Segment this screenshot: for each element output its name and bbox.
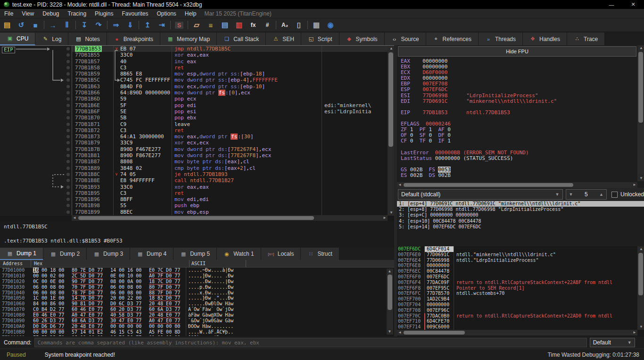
breakpoint-dot[interactable] — [66, 160, 70, 163]
run-to-user-code-icon[interactable]: ⇒ — [109, 19, 123, 31]
tab-memory-map[interactable]: ▦Memory Map — [160, 33, 217, 45]
disasm-row[interactable]: 77DB1B893848 02cmp byte ptr ds:[eax+2],c… — [0, 165, 388, 171]
breakpoint-gutter[interactable] — [65, 96, 72, 102]
animate-skip-icon[interactable]: S — [172, 19, 186, 31]
disasm-row[interactable]: 77DB1B8C74 05je ntdll.77DB1B93 — [0, 171, 388, 177]
hardware-breakpoints-icon[interactable]: ▥ — [232, 19, 246, 31]
registers-vscrollbar[interactable]: ▲ ▼ — [637, 45, 644, 181]
disasm-row[interactable]: 77DB1B71C9leave — [0, 121, 388, 127]
disasm-row[interactable]: 77DB1B6D59pop ecx — [0, 96, 388, 102]
breakpoint-gutter[interactable] — [65, 202, 72, 209]
breakpoint-dot[interactable] — [66, 148, 70, 151]
breakpoint-gutter[interactable] — [65, 115, 72, 121]
stack-row[interactable]: 007EF6E477D06998ntdll."LdrpInitializePro… — [397, 258, 644, 263]
register-line[interactable]: LastStatus 00000000 (STATUS_SUCCESS) — [401, 156, 636, 161]
stack-vscrollbar[interactable]: ▲ ▼ — [637, 246, 644, 330]
argument-row[interactable]: 2: [esp+8] 77D06998 ntdll.77D06998 "Ldrp… — [397, 207, 644, 212]
tab-handles[interactable]: ❖Handles — [523, 33, 567, 45]
registers-hscrollbar[interactable]: ◄ ► — [397, 182, 637, 188]
breakpoint-gutter[interactable] — [65, 196, 72, 202]
breakpoint-dot[interactable] — [66, 154, 70, 157]
breakpoint-gutter[interactable] — [65, 52, 72, 58]
tab-dump-2[interactable]: ▦Dump 2 — [43, 248, 87, 260]
stack-hscrollbar[interactable]: ◄ ► — [397, 330, 637, 335]
disasm-row[interactable]: 77DB1B638B4D F0mov ecx,dword ptr ss:[ebp… — [0, 84, 388, 90]
disasm-row[interactable]: 77DB1B598B65 E8mov esp,dword ptr ss:[ebp… — [0, 71, 388, 77]
tab-source[interactable]: ‹›Source — [385, 33, 426, 45]
disasm-row[interactable]: 77DB1B81890D F867E277mov dword ptr ds:[7… — [0, 152, 388, 159]
pause-icon[interactable]: Ⅱ — [60, 19, 74, 31]
disasm-row[interactable]: 77DB1B5533C0xor eax,eax — [0, 52, 388, 58]
disasm-row[interactable]: 77DB1B9333C0xor eax,eax — [0, 184, 388, 190]
breakpoint-dot[interactable] — [66, 85, 70, 88]
breakpoint-gutter[interactable] — [65, 102, 72, 109]
breakpoint-dot[interactable] — [66, 97, 70, 100]
breakpoint-gutter[interactable] — [65, 59, 72, 65]
breakpoint-gutter[interactable] — [65, 84, 72, 90]
dump-vscrollbar[interactable]: ▲ ▼ — [387, 268, 393, 335]
tab-symbols[interactable]: ◆Symbols — [339, 33, 385, 45]
breakpoint-dot[interactable] — [66, 104, 70, 107]
breakpoints-icon[interactable]: ▤ — [218, 19, 232, 31]
stack-row[interactable]: 007EF70C77DAC0B0return to ntdll.RtlCaptu… — [397, 313, 644, 319]
breakpoint-gutter[interactable] — [65, 121, 72, 127]
tab-dump-1[interactable]: ▦Dump 1 — [0, 248, 43, 260]
step-into-user-icon[interactable]: ⇥ — [155, 19, 169, 31]
breakpoint-gutter[interactable] — [65, 140, 72, 146]
breakpoint-dot[interactable] — [66, 135, 70, 138]
stack-row[interactable]: 007EF6E077D0691Cntdll."minkernel\\ntdll\… — [397, 252, 644, 258]
disassembly-vscrollbar[interactable]: ▲ ▼ — [388, 46, 394, 216]
step-into-icon[interactable]: ↧ — [77, 19, 91, 31]
tab-dump-3[interactable]: ▦Dump 3 — [87, 248, 130, 260]
breakpoint-gutter[interactable] — [65, 159, 72, 165]
menu-help[interactable]: Help — [181, 9, 201, 18]
breakpoint-dot[interactable] — [66, 173, 70, 176]
breakpoint-gutter[interactable] — [65, 171, 72, 177]
breakpoint-dot[interactable] — [66, 60, 70, 63]
dump-row[interactable]: 77D0109060 26 D3 7760 6A D3 7730 47 E0 7… — [0, 318, 394, 324]
comments-icon[interactable]: ≡ — [204, 19, 218, 31]
stop-icon[interactable]: ■ — [28, 19, 42, 31]
stack-row[interactable]: 007EF7106D4CFE70 — [397, 318, 644, 324]
dump-row[interactable]: 77D0100016 00 18 0080 7E D0 7714 00 16 0… — [0, 268, 394, 273]
register-line[interactable]: ES 002B DS 002B — [401, 173, 636, 178]
stack-row[interactable]: 007EF6EC00C84478 — [397, 268, 644, 274]
patch-icon[interactable]: ▱ — [190, 19, 204, 31]
disasm-row[interactable]: 77DB1B6E5Fpop ediedi:"minkernel\ — [0, 102, 388, 109]
stack-row[interactable]: 007EF6DC6D4CF014 — [397, 246, 644, 252]
breakpoint-gutter[interactable] — [65, 146, 72, 152]
tab-log[interactable]: ✎Log — [35, 33, 68, 45]
minimize-button[interactable]: — — [601, 0, 622, 9]
spinner-down-icon[interactable]: ▼ — [569, 192, 573, 197]
dump-row[interactable]: 77D01070C0 B4 D2 7760 46 E0 7760 20 D3 7… — [0, 307, 394, 312]
argument-row[interactable]: 5: [esp+14] 007EF6DC 007EF6DC — [397, 224, 644, 230]
menu-debug[interactable]: Debug — [38, 9, 63, 18]
spinner-up-icon[interactable]: ▲ — [599, 192, 603, 197]
stack-row[interactable]: 007EF70400000000 — [397, 302, 644, 308]
breakpoint-dot[interactable] — [66, 47, 70, 50]
breakpoint-dot[interactable] — [66, 91, 70, 94]
breakpoint-gutter[interactable] — [65, 71, 72, 77]
disasm-row[interactable]: 77DB1B5CC745 FC FEFFFFFFmov dword ptr ss… — [0, 77, 388, 83]
disasm-row[interactable]: 77DB1B95C3ret — [0, 190, 388, 196]
preferences-az-icon[interactable]: A₂ — [278, 19, 292, 31]
hide-fpu-button[interactable]: Hide FPU — [398, 46, 636, 57]
register-line[interactable]: EDI 77D0691C "minkernel\\ntdll\\ldrinit.… — [401, 99, 636, 104]
menu-tracing[interactable]: Tracing — [64, 9, 91, 18]
tab-dump-4[interactable]: ▦Dump 4 — [130, 248, 173, 260]
step-over-icon[interactable]: ↷ — [91, 19, 106, 31]
breakpoint-gutter[interactable] — [65, 152, 72, 159]
menu-file[interactable]: File — [0, 9, 17, 18]
dump-row[interactable]: 77D0104006 00 08 0078 7F D0 7706 00 08 0… — [0, 290, 394, 296]
breakpoint-dot[interactable] — [66, 198, 70, 201]
breakpoint-dot[interactable] — [66, 192, 70, 195]
breakpoint-gutter[interactable] — [65, 190, 72, 196]
execute-till-return-icon[interactable]: ↥ — [140, 19, 155, 31]
disasm-row[interactable]: 77DB1B8EE8 94FFFFFFcall ntdll.77DB1B27 — [0, 177, 388, 184]
close-button[interactable]: ✕ — [622, 0, 644, 9]
stack-row[interactable]: 007EF714009C6000 — [397, 324, 644, 330]
register-line[interactable]: CF 0 TF 0 IF 1 — [401, 138, 636, 144]
breakpoint-gutter[interactable] — [65, 165, 72, 171]
disasm-row[interactable]: 77DB1B6664:890D 00000000mov dword ptr fs… — [0, 90, 388, 96]
disasm-row[interactable]: 77DB1B58C3ret — [0, 65, 388, 71]
